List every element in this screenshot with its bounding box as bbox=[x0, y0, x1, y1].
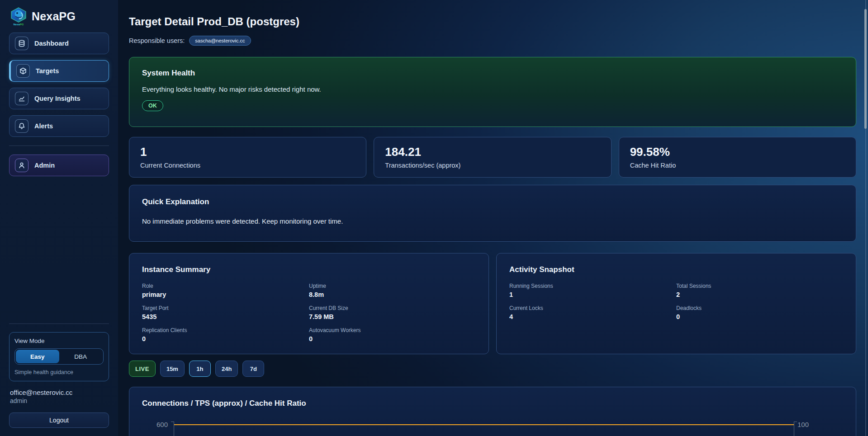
brand: NexaPG NexaPG bbox=[9, 6, 109, 33]
bell-icon bbox=[15, 119, 28, 133]
stat-value: 1 bbox=[140, 145, 355, 159]
field-running-sessions: Running Sessions 1 bbox=[509, 283, 676, 298]
field-total-sessions: Total Sessions 2 bbox=[676, 283, 843, 298]
range-button-24h[interactable]: 24h bbox=[215, 361, 238, 377]
view-mode-hint: Simple health guidance bbox=[14, 369, 104, 375]
sidebar-item-dashboard[interactable]: Dashboard bbox=[9, 33, 109, 54]
instance-summary-card: Instance Summary Role primary Uptime 8.8… bbox=[129, 253, 489, 354]
stats-row: 1 Current Connections 184.21 Transaction… bbox=[129, 137, 856, 178]
field-replication-clients: Replication Clients 0 bbox=[142, 327, 309, 342]
field-db-size: Current DB Size 7.59 MB bbox=[309, 305, 476, 320]
field-autovacuum-workers: Autovacuum Workers 0 bbox=[309, 327, 476, 342]
sidebar-item-label: Query Insights bbox=[34, 95, 81, 102]
sidebar-item-targets[interactable]: Targets bbox=[9, 60, 109, 82]
left-y-axis bbox=[174, 422, 174, 436]
app-title: NexaPG bbox=[32, 10, 76, 23]
logout-button[interactable]: Logout bbox=[9, 413, 109, 428]
sidebar-item-label: Dashboard bbox=[34, 40, 69, 47]
view-mode-label: View Mode bbox=[14, 338, 104, 344]
stat-value: 184.21 bbox=[385, 145, 600, 159]
user-role: admin bbox=[10, 397, 109, 404]
quick-explanation-card: Quick Explanation No immediate problems … bbox=[129, 185, 856, 242]
range-button-7d[interactable]: 7d bbox=[242, 361, 264, 377]
chart-series-line bbox=[174, 424, 794, 425]
stat-value: 99.58% bbox=[630, 145, 845, 159]
view-mode-option-dba[interactable]: DBA bbox=[59, 350, 103, 363]
sidebar-spacer bbox=[9, 176, 109, 323]
instance-summary-title: Instance Summary bbox=[142, 265, 476, 274]
sidebar-nav: Dashboard Targets Query Insights bbox=[9, 33, 109, 137]
range-button-1h[interactable]: 1h bbox=[189, 361, 211, 377]
stat-card-connections: 1 Current Connections bbox=[129, 137, 366, 178]
live-button[interactable]: LIVE bbox=[129, 361, 156, 377]
system-health-card: System Health Everything looks healthy. … bbox=[129, 57, 856, 127]
field-current-locks: Current Locks 4 bbox=[509, 305, 676, 320]
range-button-15m[interactable]: 15m bbox=[160, 361, 185, 377]
sidebar-item-label: Targets bbox=[36, 67, 59, 75]
cube-icon bbox=[16, 64, 30, 78]
view-mode-option-easy[interactable]: Easy bbox=[16, 350, 59, 363]
stat-card-tps: 184.21 Transactions/sec (approx) bbox=[374, 137, 611, 178]
responsible-users-row: Responsible users: sascha@nesterovic.cc bbox=[129, 36, 856, 46]
activity-snapshot-fields: Running Sessions 1 Total Sessions 2 Curr… bbox=[509, 283, 843, 320]
quick-explanation-message: No immediate problems were detected. Kee… bbox=[142, 217, 843, 225]
left-axis-max-label: 600 bbox=[157, 421, 168, 428]
sidebar-item-label: Alerts bbox=[34, 122, 53, 130]
chart-title: Connections / TPS (approx) / Cache Hit R… bbox=[142, 399, 843, 408]
summary-row: Instance Summary Role primary Uptime 8.8… bbox=[129, 253, 856, 354]
user-email: office@nesterovic.cc bbox=[10, 389, 109, 396]
sidebar-bottom-divider bbox=[9, 323, 109, 324]
sidebar-item-query-insights[interactable]: Query Insights bbox=[9, 88, 109, 109]
activity-snapshot-title: Activity Snapshot bbox=[509, 265, 843, 274]
sidebar-divider bbox=[9, 145, 109, 146]
sidebar: NexaPG NexaPG Dashboard Targets bbox=[0, 0, 118, 436]
quick-explanation-title: Quick Explanation bbox=[142, 197, 843, 206]
status-badge: OK bbox=[142, 100, 163, 111]
right-axis-max-label: 100 bbox=[797, 421, 809, 428]
sidebar-item-admin[interactable]: Admin bbox=[9, 155, 109, 176]
page-title: Target Detail Prod_DB (postgres) bbox=[129, 15, 856, 28]
sidebar-item-alerts[interactable]: Alerts bbox=[9, 115, 109, 137]
right-y-axis bbox=[794, 422, 794, 436]
field-deadlocks: Deadlocks 0 bbox=[676, 305, 843, 320]
responsible-user-chip[interactable]: sascha@nesterovic.cc bbox=[189, 36, 251, 46]
chart-icon bbox=[15, 92, 28, 105]
responsible-users-label: Responsible users: bbox=[129, 37, 185, 44]
field-target-port: Target Port 5435 bbox=[142, 305, 309, 320]
stat-label: Current Connections bbox=[140, 162, 355, 169]
nexapg-logo-icon: NexaPG bbox=[10, 7, 27, 25]
instance-summary-fields: Role primary Uptime 8.8m Target Port 543… bbox=[142, 283, 476, 342]
chart-plot-area: 600 100 bbox=[142, 420, 843, 436]
stat-label: Transactions/sec (approx) bbox=[385, 162, 600, 169]
sidebar-item-label: Admin bbox=[34, 162, 55, 169]
main-content: Target Detail Prod_DB (postgres) Respons… bbox=[118, 0, 868, 436]
stat-label: Cache Hit Ratio bbox=[630, 162, 845, 169]
time-range-controls: LIVE 15m 1h 24h 7d bbox=[129, 361, 856, 377]
system-health-title: System Health bbox=[142, 69, 843, 78]
stat-card-cache-hit: 99.58% Cache Hit Ratio bbox=[619, 137, 856, 178]
database-icon bbox=[15, 37, 28, 50]
user-icon bbox=[15, 159, 28, 172]
view-mode-toggle: Easy DBA bbox=[14, 348, 104, 365]
view-mode-panel: View Mode Easy DBA Simple health guidanc… bbox=[9, 332, 109, 381]
field-uptime: Uptime 8.8m bbox=[309, 283, 476, 298]
system-health-message: Everything looks healthy. No major risks… bbox=[142, 85, 843, 93]
field-role: Role primary bbox=[142, 283, 309, 298]
activity-snapshot-card: Activity Snapshot Running Sessions 1 Tot… bbox=[496, 253, 856, 354]
metrics-chart-card: Connections / TPS (approx) / Cache Hit R… bbox=[129, 387, 856, 436]
scrollbar-thumb[interactable] bbox=[864, 9, 867, 129]
